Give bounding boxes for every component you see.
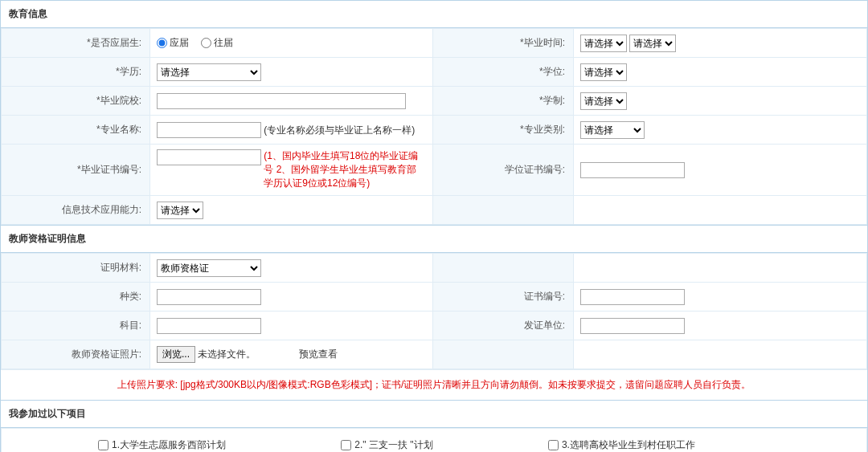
upload-hint: 上传照片要求: [jpg格式/300KB以内/图像模式:RGB色彩模式]；证书/… [1,369,867,400]
label-school-system: 学制: [539,95,565,106]
no-file-text: 未选择文件。 [198,348,256,360]
major-input[interactable] [157,122,261,138]
label-fresh-grad: 是否应届生: [87,37,141,48]
it-skill-select[interactable]: 请选择 [157,202,203,219]
school-input[interactable] [157,93,406,109]
teacher-cert-table: 证明材料: 教师资格证 种类: 证书编号: 科目: 发证单位: 教师资格证照片:… [1,253,867,369]
cert-no-input[interactable] [580,289,685,305]
label-diploma-no: 毕业证书编号: [77,164,141,175]
label-major-type: 专业类别: [520,124,565,135]
subject-input[interactable] [157,318,261,334]
label-school: 毕业院校: [96,95,141,106]
label-major: 专业名称: [96,124,141,135]
section-education-header: 教育信息 [1,0,867,28]
major-type-select[interactable]: 请选择 [580,121,645,139]
cert-material-select[interactable]: 教师资格证 [157,259,261,277]
label-cert-photo: 教师资格证照片: [72,348,141,360]
section-participated-header: 我参加过以下项目 [1,400,867,428]
section-teacher-cert-header: 教师资格证明信息 [1,225,867,253]
label-grad-time: 毕业时间: [520,37,565,48]
label-cert-type: 种类: [120,291,141,302]
degree-cert-no-input[interactable] [580,162,685,178]
label-degree-cert-no: 学位证书编号: [505,164,565,175]
label-cert-no: 证书编号: [524,291,565,302]
label-degree: 学位: [539,66,565,77]
diploma-hint: (1、国内毕业生填写18位的毕业证编号 2、国外留学生毕业生填写教育部学历认证9… [264,149,424,190]
grad-month-select[interactable]: 请选择 [629,35,676,52]
issuer-input[interactable] [580,318,685,334]
checkbox-item-3[interactable]: 3.选聘高校毕业生到村任职工作 [548,438,695,452]
label-cert-material: 证明材料: [100,262,141,273]
label-it-skill: 信息技术应用能力: [62,204,141,215]
cert-type-input[interactable] [157,289,261,305]
preview-link[interactable]: 预览查看 [299,348,338,360]
grad-year-select[interactable]: 请选择 [580,35,627,52]
checkbox-item-1[interactable]: 1.大学生志愿服务西部计划 [98,438,226,452]
degree-select[interactable]: 请选择 [580,63,627,81]
checkbox-item-2[interactable]: 2." 三支一扶 "计划 [341,438,432,452]
browse-button[interactable]: 浏览... [157,346,195,363]
label-education-level: 学历: [116,66,141,77]
label-subject: 科目: [120,320,141,331]
radio-fresh[interactable]: 应届 [157,37,189,48]
participated-table: 1.大学生志愿服务西部计划 2." 三支一扶 "计划 3.选聘高校毕业生到村任职… [1,428,867,452]
fresh-grad-radio-group: 应届 往届 [157,37,243,48]
major-hint: (专业名称必须与毕业证上名称一样) [264,124,415,136]
education-level-select[interactable]: 请选择 [157,63,261,81]
label-issuer: 发证单位: [524,320,565,331]
radio-former[interactable]: 往届 [201,37,233,48]
education-table: 是否应届生: 应届 往届 毕业时间: 请选择 请选择 学历: 请选择 学位: 请… [1,28,867,225]
diploma-no-input[interactable] [157,149,261,165]
school-system-select[interactable]: 请选择 [580,92,627,110]
